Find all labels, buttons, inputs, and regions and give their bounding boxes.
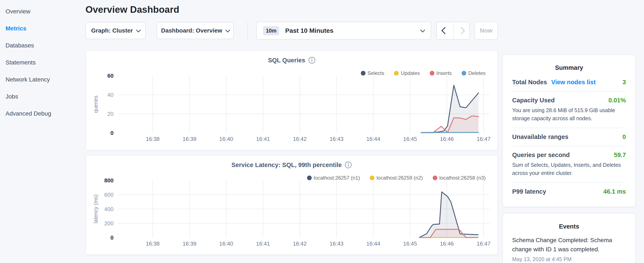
- svg-text:400: 400: [104, 206, 114, 212]
- dashboard-dropdown[interactable]: Dashboard: Overview: [157, 22, 234, 39]
- toolbar: Graph: Cluster Dashboard: Overview 10m P…: [86, 22, 498, 40]
- info-icon[interactable]: [345, 161, 352, 168]
- svg-text:200: 200: [104, 220, 114, 227]
- main-content: Overview Dashboard Graph: Cluster Dashbo…: [86, 0, 498, 255]
- svg-text:16:40: 16:40: [220, 240, 233, 247]
- time-next-button[interactable]: [453, 22, 470, 39]
- chart-title: Service Latency: SQL, 99th percentile: [232, 161, 342, 168]
- svg-text:40: 40: [107, 92, 114, 98]
- chevron-down-icon: [225, 28, 230, 33]
- events-title: Events: [512, 223, 626, 230]
- svg-text:16:43: 16:43: [330, 136, 343, 142]
- svg-text:16:47: 16:47: [477, 136, 490, 142]
- now-button[interactable]: Now: [474, 22, 498, 40]
- sidebar-item-databases[interactable]: Databases: [0, 37, 81, 54]
- chevron-down-icon: [136, 28, 141, 33]
- svg-text:16:47: 16:47: [477, 240, 490, 247]
- svg-text:16:39: 16:39: [183, 136, 196, 142]
- graph-scope-dropdown[interactable]: Graph: Cluster: [86, 22, 146, 39]
- summary-label: Unavailable ranges: [512, 133, 568, 140]
- svg-text:60: 60: [107, 73, 114, 79]
- svg-text:800: 800: [104, 178, 114, 184]
- svg-text:16:46: 16:46: [440, 136, 454, 142]
- svg-text:16:39: 16:39: [183, 240, 196, 247]
- summary-value: 0: [622, 133, 626, 140]
- service-latency-chart: 16:3816:3916:4016:4116:4216:4316:4416:45…: [88, 178, 496, 248]
- time-step-buttons: [436, 22, 470, 40]
- svg-text:16:46: 16:46: [440, 240, 454, 247]
- summary-row-total-nodes: Total Nodes View nodes list 3: [512, 73, 626, 91]
- summary-description: Sum of Selects, Updates, Inserts, and De…: [512, 161, 626, 177]
- summary-row-capacity-used: Capacity Used 0.01% You are using 28.6 M…: [512, 91, 626, 128]
- summary-row-queries-per-second: Queries per second 59.7 Sum of Selects, …: [512, 146, 626, 182]
- svg-text:16:45: 16:45: [403, 136, 417, 142]
- chevron-down-icon: [420, 28, 425, 33]
- sidebar-item-overview[interactable]: Overview: [0, 3, 81, 20]
- sidebar-item-statements[interactable]: Statements: [0, 54, 81, 71]
- svg-text:16:42: 16:42: [293, 240, 306, 247]
- sidebar-item-network-latency[interactable]: Network Latency: [0, 71, 81, 88]
- toolbar-divider: [247, 22, 248, 39]
- svg-text:16:40: 16:40: [220, 136, 233, 142]
- summary-value: 46.1 ms: [604, 188, 626, 195]
- service-latency-chart-panel: Service Latency: SQL, 99th percentile lo…: [86, 155, 498, 255]
- svg-text:16:41: 16:41: [256, 136, 270, 142]
- summary-value: 59.7: [614, 151, 626, 158]
- svg-text:16:44: 16:44: [366, 136, 380, 142]
- view-nodes-list-link[interactable]: View nodes list: [551, 79, 596, 86]
- summary-value: 3: [622, 79, 626, 86]
- chevron-right-icon: [458, 27, 465, 34]
- sidebar: Overview Metrics Databases Statements Ne…: [0, 3, 81, 122]
- svg-text:16:41: 16:41: [256, 240, 270, 247]
- summary-label: P99 latency: [512, 188, 546, 195]
- sidebar-item-metrics[interactable]: Metrics: [0, 20, 81, 37]
- event-timestamp: May 13, 2020 at 4:45 PM: [512, 256, 626, 262]
- svg-text:16:43: 16:43: [330, 240, 343, 247]
- graph-scope-dropdown-label: Graph: Cluster: [91, 27, 133, 34]
- svg-text:16:38: 16:38: [146, 136, 160, 142]
- summary-label: Total Nodes: [512, 79, 547, 86]
- summary-title: Summary: [512, 64, 626, 71]
- sql-queries-chart-panel: SQL Queries SelectsUpdatesInsertsDeletes…: [86, 50, 498, 150]
- time-range-badge: 10m: [263, 26, 279, 35]
- time-range-label: Past 10 Minutes: [285, 27, 333, 34]
- events-panel: Events Schema Change Completed: Schema c…: [502, 213, 636, 263]
- chevron-left-icon: [442, 27, 448, 34]
- svg-text:16:42: 16:42: [293, 136, 306, 142]
- right-sidebar: Summary Total Nodes View nodes list 3 Ca…: [502, 55, 636, 263]
- sidebar-item-advanced-debug[interactable]: Advanced Debug: [0, 105, 81, 122]
- time-prev-button[interactable]: [437, 22, 453, 39]
- summary-label: Capacity Used: [512, 97, 555, 104]
- summary-label: Queries per second: [512, 151, 570, 158]
- sql-queries-chart: 16:3816:3916:4016:4116:4216:4316:4416:45…: [88, 73, 496, 144]
- svg-text:16:38: 16:38: [146, 240, 160, 247]
- summary-row-unavailable-ranges: Unavailable ranges 0: [512, 128, 626, 146]
- svg-text:0: 0: [110, 234, 114, 241]
- dashboard-dropdown-label: Dashboard: Overview: [161, 27, 222, 34]
- summary-panel: Summary Total Nodes View nodes list 3 Ca…: [502, 55, 636, 207]
- summary-row-p99-latency: P99 latency 46.1 ms: [512, 182, 626, 200]
- summary-value: 0.01%: [608, 97, 626, 104]
- svg-text:600: 600: [104, 191, 114, 198]
- svg-text:20: 20: [107, 111, 114, 117]
- event-item[interactable]: Schema Change Completed: Schema change w…: [512, 235, 626, 262]
- chart-title: SQL Queries: [268, 57, 305, 64]
- page-title: Overview Dashboard: [86, 4, 498, 15]
- event-text: Schema Change Completed: Schema change w…: [512, 235, 626, 254]
- sidebar-item-jobs[interactable]: Jobs: [0, 88, 81, 105]
- svg-text:16:45: 16:45: [403, 240, 417, 247]
- summary-description: You are using 28.6 MiB of 515.9 GiB usab…: [512, 106, 626, 122]
- svg-text:16:44: 16:44: [366, 240, 380, 247]
- time-range-dropdown[interactable]: 10m Past 10 Minutes: [256, 22, 431, 40]
- svg-text:0: 0: [110, 130, 114, 136]
- info-icon[interactable]: [308, 57, 316, 64]
